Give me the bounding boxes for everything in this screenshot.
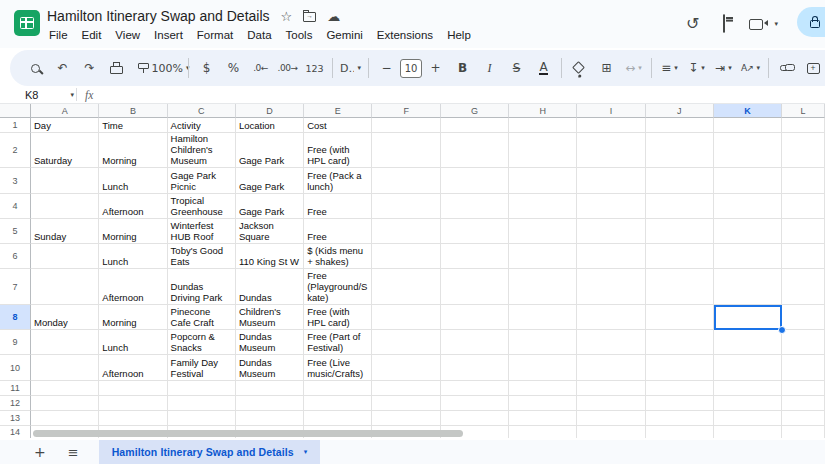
merge-cells-icon[interactable]: ↔▾: [620, 55, 647, 81]
star-icon[interactable]: ☆: [281, 10, 293, 23]
cell-H1[interactable]: [509, 118, 577, 133]
active-sheet-tab[interactable]: Hamilton Itinerary Swap and Details ▾: [99, 440, 321, 464]
cell-G4[interactable]: [441, 194, 509, 219]
format-percent-icon[interactable]: %: [220, 55, 247, 81]
cell-F4[interactable]: [372, 194, 440, 219]
cell-D12[interactable]: [236, 396, 304, 411]
cell-A11[interactable]: [31, 381, 99, 396]
cell-H2[interactable]: [509, 133, 577, 168]
cell-C8[interactable]: Pinecone Cafe Craft: [168, 305, 236, 330]
cell-D9[interactable]: Dundas Museum: [236, 330, 304, 355]
cell-C2[interactable]: Hamilton Children's Museum: [168, 133, 236, 168]
cell-J7[interactable]: [646, 269, 714, 305]
cell-K10[interactable]: [714, 355, 782, 381]
cell-E11[interactable]: [304, 381, 372, 396]
row-header-5[interactable]: 5: [0, 219, 31, 244]
cell-I4[interactable]: [577, 194, 645, 219]
cell-L6[interactable]: [782, 244, 825, 269]
cell-A12[interactable]: [31, 396, 99, 411]
menu-tools[interactable]: Tools: [279, 27, 320, 43]
cell-E6[interactable]: $ (Kids menu + shakes): [304, 244, 372, 269]
cell-J5[interactable]: [646, 219, 714, 244]
cell-H8[interactable]: [509, 305, 577, 330]
italic-icon[interactable]: I: [476, 55, 503, 81]
cell-D3[interactable]: Gage Park: [236, 168, 304, 194]
cell-A7[interactable]: [31, 269, 99, 305]
cell-L14[interactable]: [782, 426, 825, 438]
bold-icon[interactable]: B: [449, 55, 476, 81]
cell-D13[interactable]: [236, 411, 304, 426]
increase-decimal-icon[interactable]: .00→: [274, 55, 301, 81]
cell-A3[interactable]: [31, 168, 99, 194]
cell-K7[interactable]: [714, 269, 782, 305]
cell-A2[interactable]: Saturday: [31, 133, 99, 168]
decrease-decimal-icon[interactable]: .0←: [247, 55, 274, 81]
cell-K12[interactable]: [714, 396, 782, 411]
undo-icon[interactable]: ↶: [49, 55, 76, 81]
cell-L3[interactable]: [782, 168, 825, 194]
cell-B12[interactable]: [99, 396, 167, 411]
cell-G9[interactable]: [441, 330, 509, 355]
cell-I13[interactable]: [577, 411, 645, 426]
column-header-J[interactable]: J: [646, 104, 714, 118]
row-header-6[interactable]: 6: [0, 244, 31, 269]
cell-H3[interactable]: [509, 168, 577, 194]
row-header-11[interactable]: 11: [0, 381, 31, 396]
cell-K5[interactable]: [714, 219, 782, 244]
cell-H12[interactable]: [509, 396, 577, 411]
cell-H6[interactable]: [509, 244, 577, 269]
cell-J8[interactable]: [646, 305, 714, 330]
cell-G13[interactable]: [441, 411, 509, 426]
cell-E9[interactable]: Free (Part of Festival): [304, 330, 372, 355]
cell-C11[interactable]: [168, 381, 236, 396]
cell-D2[interactable]: Gage Park: [236, 133, 304, 168]
cell-G6[interactable]: [441, 244, 509, 269]
cell-B2[interactable]: Morning: [99, 133, 167, 168]
add-sheet-icon[interactable]: +: [28, 443, 52, 461]
cell-D11[interactable]: [236, 381, 304, 396]
insert-comment-icon[interactable]: [800, 55, 825, 81]
cell-D6[interactable]: 110 King St W: [236, 244, 304, 269]
cell-G2[interactable]: [441, 133, 509, 168]
cell-G10[interactable]: [441, 355, 509, 381]
cell-K13[interactable]: [714, 411, 782, 426]
vertical-align-icon[interactable]: ↧▾: [683, 55, 710, 81]
cell-A5[interactable]: Sunday: [31, 219, 99, 244]
version-history-icon[interactable]: ↺: [686, 16, 699, 32]
cell-I5[interactable]: [577, 219, 645, 244]
zoom-select[interactable]: 100%▾: [157, 55, 184, 81]
cell-F3[interactable]: [372, 168, 440, 194]
cell-C5[interactable]: Winterfest HUB Roof: [168, 219, 236, 244]
column-header-F[interactable]: F: [372, 104, 440, 118]
cell-D8[interactable]: Children's Museum: [236, 305, 304, 330]
row-header-4[interactable]: 4: [0, 194, 31, 219]
cell-J10[interactable]: [646, 355, 714, 381]
cell-I11[interactable]: [577, 381, 645, 396]
cell-F6[interactable]: [372, 244, 440, 269]
cell-L9[interactable]: [782, 330, 825, 355]
row-header-13[interactable]: 13: [0, 411, 31, 426]
cell-A13[interactable]: [31, 411, 99, 426]
cell-K6[interactable]: [714, 244, 782, 269]
column-header-C[interactable]: C: [168, 104, 236, 118]
cell-J4[interactable]: [646, 194, 714, 219]
redo-icon[interactable]: ↷: [76, 55, 103, 81]
menu-view[interactable]: View: [108, 27, 147, 43]
row-header-3[interactable]: 3: [0, 168, 31, 194]
search-icon[interactable]: [22, 55, 49, 81]
text-color-icon[interactable]: A: [530, 55, 557, 81]
menu-extensions[interactable]: Extensions: [370, 27, 440, 43]
select-all-corner[interactable]: [0, 104, 31, 118]
menu-data[interactable]: Data: [240, 27, 278, 43]
sheets-logo[interactable]: [14, 10, 40, 36]
cell-K3[interactable]: [714, 168, 782, 194]
cell-C12[interactable]: [168, 396, 236, 411]
cell-F1[interactable]: [372, 118, 440, 133]
cell-H5[interactable]: [509, 219, 577, 244]
cell-B10[interactable]: Afternoon: [99, 355, 167, 381]
column-header-L[interactable]: L: [782, 104, 825, 118]
cell-F8[interactable]: [372, 305, 440, 330]
cell-K9[interactable]: [714, 330, 782, 355]
cell-J1[interactable]: [646, 118, 714, 133]
cell-B13[interactable]: [99, 411, 167, 426]
